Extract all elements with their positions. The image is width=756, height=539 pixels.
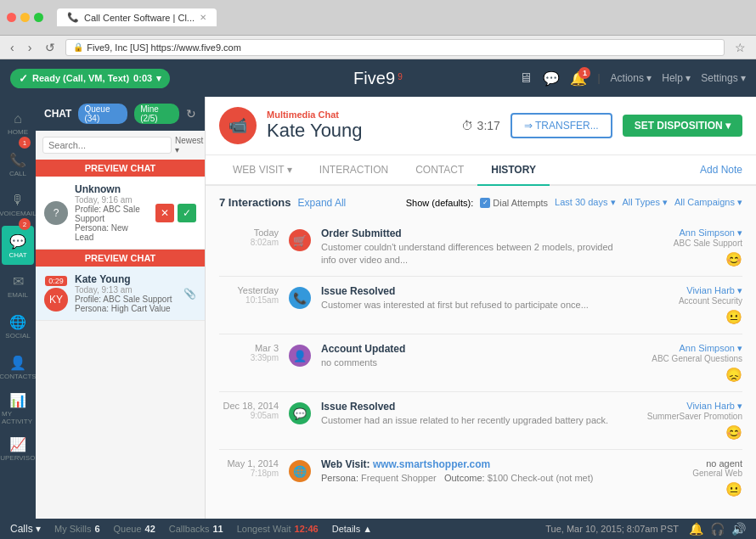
interaction-right-3: Vivian Harb ▾ SummerSaver Promotion 😊: [623, 401, 742, 441]
chat-badge: 2: [19, 218, 31, 230]
alert-icon[interactable]: 🔔: [689, 522, 703, 536]
sidebar-item-social[interactable]: 🌐 Social: [2, 307, 34, 346]
tab-close-btn[interactable]: ✕: [200, 13, 206, 22]
calls-dropdown[interactable]: Calls ▾: [10, 523, 41, 535]
status-text: Ready (Call, VM, Text): [32, 73, 129, 83]
outcome-label: Outcome:: [444, 473, 488, 483]
persona-label: Persona:: [321, 473, 361, 483]
preview-chat-header-2: PREVIEW CHAT: [36, 250, 205, 267]
contact-header-left: 📹 Multimedia Chat Kate Young: [219, 107, 363, 144]
interaction-date-3: Dec 18, 2014 9:05am: [219, 401, 279, 420]
sidebar-item-voicemail[interactable]: 🎙 Voicemail: [2, 185, 34, 224]
volume-icon[interactable]: 🔊: [731, 522, 746, 536]
sidebar-item-contacts[interactable]: 👤 Contacts: [2, 348, 34, 387]
interaction-right-2: Ann Simpson ▾ ABC General Questions 😞: [623, 343, 742, 383]
interaction-date-4: May 1, 2014 7:18pm: [219, 458, 279, 478]
address-bar[interactable]: 🔒 Five9, Inc [US] https://www.five9.com: [65, 39, 725, 56]
forward-button[interactable]: ›: [25, 39, 36, 56]
web-visit-link[interactable]: www.smartshopper.com: [373, 458, 490, 470]
actions-button[interactable]: Actions ▾: [611, 72, 652, 84]
accept-button-unknown[interactable]: ✓: [178, 204, 196, 222]
chat-icon[interactable]: 💬: [543, 70, 560, 87]
interaction-date-0: Today 8:02am: [219, 227, 279, 247]
longest-wait-label: Longest Wait: [237, 524, 291, 534]
browser-tab[interactable]: 📞 Call Center Software | Cl... ✕: [57, 8, 217, 26]
contact-item-unknown[interactable]: ? Unknown Today, 9:16 am Profile: ABC Sa…: [36, 177, 205, 250]
newest-dropdown[interactable]: Newest ▾: [175, 136, 203, 154]
interaction-icon-0: 🛒: [289, 229, 311, 251]
app-logo: Five9: [353, 69, 395, 87]
all-types-filter[interactable]: All Types ▾: [623, 197, 669, 208]
queue-badge[interactable]: Queue (34): [78, 104, 127, 124]
call-badge: 1: [19, 137, 31, 149]
chat-tab-label[interactable]: CHAT: [44, 108, 71, 120]
tab-title: Call Center Software | Cl...: [84, 13, 195, 23]
sidebar-item-chat[interactable]: 2 💬 Chat: [2, 226, 34, 265]
sidebar-item-supervisor[interactable]: 📈 Supervisor: [2, 430, 34, 469]
refresh-button[interactable]: ↺: [42, 39, 59, 56]
contact-item-kate[interactable]: 0:29 KY Kate Young Today, 9:13 am Profil…: [36, 267, 205, 321]
minimize-dot[interactable]: [20, 13, 30, 22]
search-input[interactable]: [42, 137, 172, 154]
agent-name-0[interactable]: Ann Simpson ▾: [623, 227, 742, 239]
main-content: 📹 Multimedia Chat Kate Young ⏱ 3:17 ⇒ TR…: [206, 97, 756, 519]
bell-icon[interactable]: 🔔1: [570, 70, 587, 87]
fullscreen-dot[interactable]: [34, 13, 43, 22]
home-icon: ⌂: [14, 111, 22, 126]
interaction-date-2: Mar 3 3:39pm: [219, 343, 279, 362]
tab-history[interactable]: HISTORY: [477, 155, 550, 186]
call-icon: 📞: [9, 152, 26, 168]
interaction-body-1: Issue Resolved Customer was interested a…: [321, 285, 613, 312]
help-button[interactable]: Help ▾: [662, 72, 691, 84]
bell-badge: 1: [578, 67, 590, 79]
persona-value: Frequent Shopper: [361, 473, 437, 483]
contact-time-kate: Today, 9:13 am: [75, 285, 177, 295]
transfer-button[interactable]: ⇒ TRANSFER...: [511, 113, 612, 138]
settings-button[interactable]: Settings ▾: [701, 72, 746, 84]
details-button[interactable]: Details ▲: [332, 524, 373, 534]
tab-interaction[interactable]: INTERACTION: [306, 155, 402, 186]
monitor-icon[interactable]: 🖥: [519, 70, 533, 86]
headset-icon[interactable]: 🎧: [710, 522, 725, 536]
back-button[interactable]: ‹: [7, 39, 18, 56]
status-badge[interactable]: ✓ Ready (Call, VM, Text) 0:03 ▾: [10, 69, 170, 88]
interaction-row-0: Today 8:02am 🛒 Order Submitted Customer …: [219, 219, 742, 277]
contact-profile-unknown: Profile: ABC Sale Support: [75, 205, 149, 223]
mine-badge[interactable]: Mine (2/5): [134, 104, 179, 124]
agent-name-3[interactable]: Vivian Harb ▾: [623, 401, 742, 412]
campaign-name-1: Account Security: [623, 296, 742, 306]
my-skills-value: 6: [94, 524, 99, 534]
sidebar-item-call[interactable]: 1 📞 Call: [2, 144, 34, 183]
last-30-days-filter[interactable]: Last 30 days ▾: [555, 197, 615, 208]
contact-persona-unknown: Persona: New Lead: [75, 223, 149, 242]
close-dot[interactable]: [7, 13, 16, 22]
campaign-name-4: General Web: [623, 469, 742, 478]
tab-contact[interactable]: CONTACT: [402, 155, 477, 186]
sidebar: CHAT Queue (34) Mine (2/5) ↻ Newest ▾ PR…: [36, 97, 206, 519]
add-note-button[interactable]: Add Note: [700, 164, 742, 176]
tab-web-visit[interactable]: WEB VISIT ▾: [219, 155, 306, 186]
sidebar-item-home[interactable]: ⌂ Home: [2, 104, 34, 143]
all-campaigns-filter[interactable]: All Campaigns ▾: [674, 197, 742, 208]
tab-bar: WEB VISIT ▾ INTERACTION CONTACT HISTORY …: [206, 155, 756, 186]
clock-icon: ⏱: [461, 119, 473, 132]
agent-name-2[interactable]: Ann Simpson ▾: [623, 343, 742, 354]
disposition-button[interactable]: SET DISPOSITION ▾: [623, 115, 742, 137]
date-label-3: Dec 18, 2014: [219, 401, 279, 411]
contact-name-unknown: Unknown: [75, 183, 149, 195]
sidebar-item-email[interactable]: ✉ Email: [2, 267, 34, 306]
refresh-icon[interactable]: ↻: [186, 107, 196, 121]
interaction-row-1: Yesterday 10:15am 📞 Issue Resolved Custo…: [219, 277, 742, 334]
status-bar-left: Calls ▾ My Skills 6 Queue 42 Callbacks 1…: [10, 523, 372, 535]
reject-button-unknown[interactable]: ✕: [155, 204, 174, 222]
preview-chat-header-1: PREVIEW CHAT: [36, 160, 205, 177]
sidebar-item-my-activity[interactable]: 📊 My Activity: [2, 389, 34, 428]
bookmark-icon[interactable]: ☆: [731, 39, 749, 56]
contact-info-unknown: Unknown Today, 9:16 am Profile: ABC Sale…: [75, 183, 149, 242]
contact-info-kate: Kate Young Today, 9:13 am Profile: ABC S…: [75, 273, 177, 313]
expand-all-button[interactable]: Expand All: [298, 197, 347, 209]
sentiment-icon-0: 😊: [623, 251, 742, 267]
contact-header-info: Multimedia Chat Kate Young: [267, 109, 363, 142]
dial-attempts-filter[interactable]: ✓ Dial Attempts: [480, 198, 548, 208]
agent-name-1[interactable]: Vivian Harb ▾: [623, 285, 742, 296]
